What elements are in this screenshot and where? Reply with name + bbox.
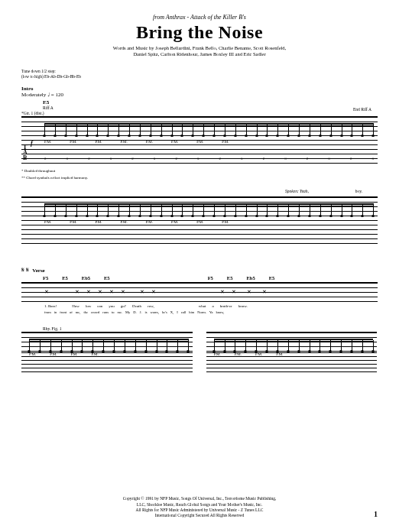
lyric-num: 1. Bass! — [44, 304, 57, 308]
rhy-tab-2 — [206, 352, 378, 375]
staff-system-1: End Riff A f P.M. P.M. — [21, 116, 378, 166]
notation-staff: f P.M. P.M. P.M. P.M. P.M. P.M. P.M. P.M… — [21, 116, 378, 138]
tab-numbers: 20 20 20 20 20 20 20 20 — [44, 157, 374, 161]
copyright-block: Copyright © 1991 by NFP Music, Songs Of … — [0, 496, 399, 518]
riff-a-label: Riff A — [43, 105, 378, 110]
page-number: 1 — [374, 510, 378, 518]
rhy-notes-1 — [29, 340, 189, 351]
notation-staff-2: P.M.P.M. P.M.P.M. P.M.P.M. P.M.P.M. — [21, 196, 378, 218]
rhy-fig-label: Rhy. Fig. 1 — [43, 326, 378, 331]
credits: Words and Music by Joseph Bellardini, Fr… — [21, 45, 378, 58]
tab-staff-1: TAB 20 20 20 20 20 20 20 20 — [21, 140, 378, 166]
verse-section: 𝄋 𝄋 Verse F5 E5 Eb5 E5 F5 E5 Eb5 E5 ✕ ✕✕… — [21, 261, 378, 375]
footnote-chord-symbols: ** Chord symbols reflect implied harmony… — [21, 176, 378, 180]
header: from Anthrax - Attack of the Killer B's … — [21, 14, 378, 58]
copyright-line3: All Rights for NFP Music Administered by… — [0, 508, 399, 513]
end-riff-label: End Riff A — [353, 107, 371, 112]
tuning-block: Tune down 1/2 step: (low to high) Eb-Ab-… — [21, 69, 378, 79]
chord: F5 — [43, 275, 48, 281]
credits-line1: Words and Music by Joseph Bellardini, Fr… — [21, 45, 378, 51]
tab-staff-2 — [21, 220, 378, 246]
source-album: Attack of the Killer B's — [190, 14, 246, 21]
credits-line2: Daniel Spitz, Carlton Ridenhour, James B… — [21, 51, 378, 57]
segno-icon: 𝄋 𝄋 — [21, 266, 29, 274]
rhy-notes-2 — [214, 340, 374, 351]
chord-row: F5 E5 Eb5 E5 F5 E5 Eb5 E5 — [43, 275, 378, 281]
copyright-line2: LLC, Shocklee Music, Reach Global Songs … — [0, 502, 399, 508]
copyright-line4: International Copyright Secured All Righ… — [0, 513, 399, 518]
chord: Eb5 — [82, 275, 90, 281]
chord: E5 — [62, 275, 68, 281]
notes-row-2 — [44, 205, 374, 216]
chord: F5 — [208, 275, 213, 281]
guitar-label: *Gtr. 1 (dist.) — [21, 111, 378, 115]
footnote-doubled: * Doubled throughout — [21, 169, 378, 173]
notes-row — [44, 125, 374, 135]
source-prefix: from Anthrax - — [153, 14, 190, 21]
staff-system-2: Spoken: Yeah, boy. P.M.P.M. P.M.P.M. P.M… — [21, 196, 378, 246]
verse-label: Verse — [32, 268, 44, 274]
boy-lyric: boy. — [355, 189, 362, 193]
song-title: Bring the Noise — [21, 22, 378, 43]
chord: E5 — [227, 275, 233, 281]
spoken-label: Spoken: Yeah, — [285, 189, 309, 193]
verse-header: 𝄋 𝄋 Verse — [21, 261, 378, 275]
rhy-measure-1: P.M.P.M. P.M.P.M. — [21, 332, 193, 375]
tuning-line1: Tune down 1/2 step: — [21, 69, 378, 74]
chord: Eb5 — [246, 275, 255, 281]
lyrics-line2: from in front of me, the crowd runs to m… — [44, 310, 374, 314]
chord: E5 — [269, 275, 275, 281]
rhy-measure-2: P.M.P.M. P.M.P.M. — [206, 332, 378, 375]
rhy-staff-2: P.M.P.M. P.M.P.M. — [206, 332, 378, 350]
chord: E5 — [104, 275, 110, 281]
tuning-line2: (low to high) Eb-Ab-Db-Gb-Bb-Eb — [21, 74, 378, 79]
lyrics-line1: 1. Bass! How low can you go? Death row, … — [44, 304, 374, 308]
tempo-marking: Moderately ♩ = 120 — [21, 92, 378, 98]
copyright-line1: Copyright © 1991 by NFP Music, Songs Of … — [0, 496, 399, 501]
source-line: from Anthrax - Attack of the Killer B's — [21, 14, 378, 21]
vocal-staff: ✕ ✕✕ ✕✕ ✕✕ ✕ ✕✕ ✕✕ 1. Bass! How low can … — [21, 282, 378, 313]
rhy-tab-1 — [21, 352, 193, 375]
intro-section: Intro Moderately ♩ = 120 E5 Riff A *Gtr.… — [21, 86, 378, 180]
intro-label: Intro — [21, 86, 378, 92]
rhy-staff-1: P.M.P.M. P.M.P.M. — [21, 332, 193, 350]
chord-e5: E5 — [43, 99, 378, 105]
